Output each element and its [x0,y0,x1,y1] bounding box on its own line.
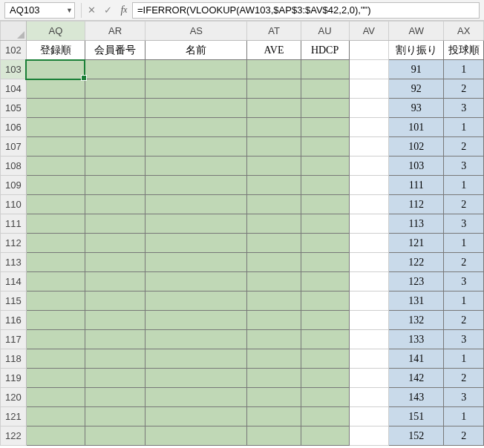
cell-AW107[interactable]: 102 [389,137,444,157]
cell-AW112[interactable]: 121 [389,234,444,253]
cell-AT112[interactable] [247,234,301,253]
cell-AS103[interactable] [145,60,247,79]
cell-AS115[interactable] [145,291,247,311]
cell-AU113[interactable] [301,253,349,272]
cell-AS111[interactable] [145,214,247,234]
cell-AW106[interactable]: 101 [389,118,444,137]
cell-AQ114[interactable] [26,272,85,291]
cell-AT105[interactable] [247,99,301,118]
cell-AU116[interactable] [301,311,349,330]
row-head-114[interactable]: 114 [1,272,27,291]
cell-AQ116[interactable] [26,311,85,330]
cell-AU119[interactable] [301,369,349,388]
cell-AQ110[interactable] [26,195,85,214]
cell-AS105[interactable] [145,99,247,118]
cell-AX120[interactable]: 3 [444,388,484,407]
select-all-corner[interactable] [1,22,27,41]
col-head-AV[interactable]: AV [349,22,388,41]
row-head-110[interactable]: 110 [1,195,27,214]
cell-AV115[interactable] [349,291,388,311]
enter-icon[interactable]: ✓ [99,2,116,19]
cancel-icon[interactable]: ✕ [83,2,99,19]
cell-AT113[interactable] [247,253,301,272]
row-head-102[interactable]: 102 [1,41,27,60]
cell-AV110[interactable] [349,195,388,214]
cell-AT120[interactable] [247,388,301,407]
col-head-AS[interactable]: AS [145,22,247,41]
cell-AU106[interactable] [301,118,349,137]
cell-AV118[interactable] [349,349,388,369]
cell-AX104[interactable]: 2 [444,79,484,99]
cell-AS116[interactable] [145,311,247,330]
cell-AQ113[interactable] [26,253,85,272]
cell-AQ106[interactable] [26,118,85,137]
cell-AT116[interactable] [247,311,301,330]
cell-AS108[interactable] [145,157,247,176]
cell-AV107[interactable] [349,137,388,157]
cell-AR121[interactable] [85,407,145,426]
cell-AX119[interactable]: 2 [444,369,484,388]
row-head-119[interactable]: 119 [1,369,27,388]
cell-AU109[interactable] [301,176,349,195]
cell-AV119[interactable] [349,369,388,388]
cell-AU112[interactable] [301,234,349,253]
cell-AW104[interactable]: 92 [389,79,444,99]
cell-AV117[interactable] [349,330,388,349]
cell-AR110[interactable] [85,195,145,214]
cell-AS109[interactable] [145,176,247,195]
cell-AS114[interactable] [145,272,247,291]
cell-AR109[interactable] [85,176,145,195]
cell-AW108[interactable]: 103 [389,157,444,176]
cell-AX109[interactable]: 1 [444,176,484,195]
cell-AX112[interactable]: 1 [444,234,484,253]
cell-AW103[interactable]: 91 [389,60,444,79]
cell-AW111[interactable]: 113 [389,214,444,234]
cell-AX118[interactable]: 1 [444,349,484,369]
cell-AV109[interactable] [349,176,388,195]
cell-AQ122[interactable] [26,426,85,446]
cell-AS113[interactable] [145,253,247,272]
cell-AU118[interactable] [301,349,349,369]
cell-AR112[interactable] [85,234,145,253]
cell-AW114[interactable]: 123 [389,272,444,291]
cell-AU120[interactable] [301,388,349,407]
cell-AW109[interactable]: 111 [389,176,444,195]
cell-AQ108[interactable] [26,157,85,176]
row-head-107[interactable]: 107 [1,137,27,157]
col-head-AX[interactable]: AX [444,22,484,41]
cell-AW102[interactable]: 割り振り [389,41,444,60]
cell-AS117[interactable] [145,330,247,349]
col-head-AU[interactable]: AU [301,22,349,41]
cell-AR120[interactable] [85,388,145,407]
cell-AV113[interactable] [349,253,388,272]
cell-AR119[interactable] [85,369,145,388]
cell-AQ119[interactable] [26,369,85,388]
col-head-AW[interactable]: AW [389,22,444,41]
cell-AU108[interactable] [301,157,349,176]
cell-AX116[interactable]: 2 [444,311,484,330]
row-head-115[interactable]: 115 [1,291,27,311]
cell-AT118[interactable] [247,349,301,369]
cell-AW121[interactable]: 151 [389,407,444,426]
cell-AS112[interactable] [145,234,247,253]
cell-AT110[interactable] [247,195,301,214]
cell-AT114[interactable] [247,272,301,291]
row-head-117[interactable]: 117 [1,330,27,349]
cell-AR114[interactable] [85,272,145,291]
cell-AX113[interactable]: 2 [444,253,484,272]
row-head-105[interactable]: 105 [1,99,27,118]
cell-AX115[interactable]: 1 [444,291,484,311]
cell-AT122[interactable] [247,426,301,446]
cell-AT111[interactable] [247,214,301,234]
cell-AX108[interactable]: 3 [444,157,484,176]
spreadsheet-grid[interactable]: AQARASATAUAVAWAX102登録順会員番号名前AVEHDCP割り振り投… [0,21,484,446]
cell-AS104[interactable] [145,79,247,99]
cell-AU110[interactable] [301,195,349,214]
name-box-dropdown-icon[interactable]: ▼ [66,7,73,14]
cell-AT119[interactable] [247,369,301,388]
col-head-AQ[interactable]: AQ [26,22,85,41]
row-head-122[interactable]: 122 [1,426,27,446]
cell-AT106[interactable] [247,118,301,137]
cell-AX106[interactable]: 1 [444,118,484,137]
row-head-120[interactable]: 120 [1,388,27,407]
